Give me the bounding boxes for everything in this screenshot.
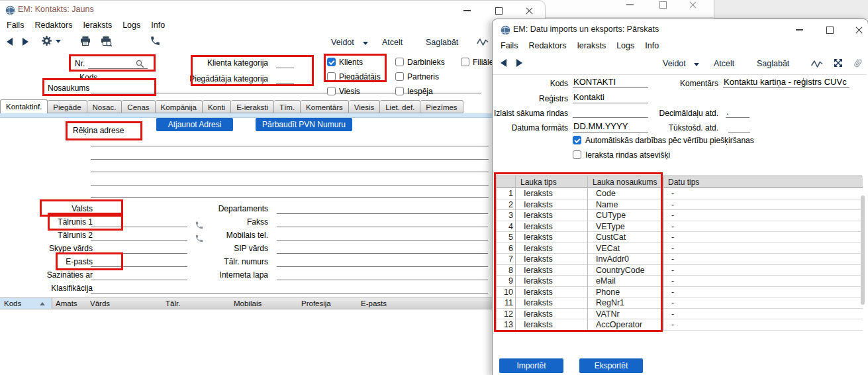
menu-item-redaktors[interactable]: Redaktors [29, 19, 77, 31]
address-line-input-3[interactable] [91, 163, 489, 172]
paperclip-icon[interactable] [852, 57, 863, 68]
tab-liet-def[interactable]: Liet. def. [380, 100, 420, 113]
tab-kontaktinf[interactable]: Kontaktinf. [0, 99, 48, 113]
tab-piegade[interactable]: Piegāde [48, 100, 87, 113]
table-row[interactable]: 3IerakstsCUType- [497, 210, 863, 221]
table-row[interactable]: 12IerakstsVATNr- [497, 309, 863, 320]
minimize-icon[interactable] [457, 3, 477, 18]
table-row[interactable]: 5IerakstsCustCat- [497, 232, 863, 243]
contact-table-header[interactable]: KodsAmatsVārdsTālr.MobilaisProfesijaE-pa… [0, 297, 492, 309]
eksportet-button[interactable]: Eksportēt [579, 358, 643, 373]
scrollbar-thumb[interactable] [861, 195, 865, 305]
menu-item-ieraksts[interactable]: Ieraksts [571, 40, 611, 52]
veidot-button[interactable]: Veidot [331, 38, 354, 47]
tab-tim[interactable]: Tīm. [274, 100, 301, 113]
back-icon[interactable] [7, 38, 13, 46]
contact-col-profesija[interactable]: Profesija [301, 299, 331, 307]
mobilais-tel-input[interactable] [277, 229, 488, 241]
tab-cenas[interactable]: Cenas [122, 100, 155, 113]
close-icon[interactable] [683, 0, 702, 12]
izlaist-input[interactable] [573, 106, 648, 118]
activity-icon[interactable] [477, 37, 489, 47]
table-row[interactable]: 11IerakstsRegNr1- [497, 297, 863, 309]
table-row[interactable]: 13IerakstsAccOperator- [497, 319, 863, 331]
tab-kompanija[interactable]: Kompānija [156, 100, 203, 113]
table-row[interactable]: 7IerakstsInvAddr0- [497, 254, 863, 265]
saglabat-button[interactable]: Saglabāt [757, 59, 789, 68]
decimal-input[interactable]: . [726, 106, 749, 118]
gear-dropdown-icon[interactable] [56, 40, 61, 43]
veidot-caret-icon[interactable] [694, 63, 699, 66]
print-preview-icon[interactable] [100, 36, 113, 47]
checkbox-piegadatajs[interactable] [327, 72, 336, 81]
paste-special-icon[interactable] [136, 60, 144, 68]
tab-viesis[interactable]: Viesis [349, 100, 380, 113]
menu-item-info[interactable]: Info [640, 40, 664, 52]
parbaudit-pvn-button[interactable]: Pārbaudīt PVN Numuru [256, 118, 352, 131]
atcelt-button[interactable]: Atcelt [714, 59, 734, 68]
close-icon[interactable] [849, 23, 868, 37]
minimize-icon[interactable] [789, 23, 809, 37]
contact-col-e-pasts[interactable]: E-pasts [361, 299, 387, 307]
piegadataja-kategorija-input[interactable] [276, 73, 294, 84]
table-row[interactable]: 8IerakstsCountryCode- [497, 265, 863, 276]
tab-piezimes[interactable]: Piezīmes [420, 100, 463, 113]
maximize-icon[interactable] [653, 0, 673, 12]
checkbox-klients[interactable] [327, 58, 336, 66]
phone-icon[interactable] [150, 35, 161, 46]
veidot-caret-icon[interactable] [363, 42, 368, 45]
atcelt-button[interactable]: Atcelt [382, 38, 403, 47]
address-line-input-1[interactable] [91, 137, 489, 146]
tab-nosac[interactable]: Nosac. [87, 100, 122, 113]
address-line-input-5[interactable] [91, 189, 489, 198]
checkbox-viesis[interactable] [327, 87, 336, 95]
print-icon[interactable] [79, 36, 91, 46]
menu-item-logs[interactable]: Logs [117, 19, 146, 31]
expand-icon[interactable] [833, 58, 844, 68]
talr-numurs-input[interactable] [277, 256, 488, 267]
table-row[interactable]: 9IerakstseMail- [497, 276, 863, 287]
checkbox-ieraksta-rindas[interactable] [573, 150, 581, 159]
table-row[interactable]: 1IerakstsCode- [497, 188, 863, 199]
forward-icon[interactable] [23, 38, 28, 46]
activity-icon[interactable] [811, 59, 823, 69]
forward-icon[interactable] [516, 59, 522, 67]
valsts-input[interactable] [91, 203, 118, 214]
tab-komentars[interactable]: Komentārs [301, 100, 349, 113]
departaments-input[interactable] [277, 203, 488, 214]
atjaunot-adresi-button[interactable]: Atjaunot Adresi [156, 118, 233, 131]
contact-col-amats[interactable]: Amats [56, 299, 77, 307]
menu-item-fails[interactable]: Fails [1, 19, 29, 31]
close-icon[interactable] [519, 3, 539, 18]
saglabat-button[interactable]: Saglabāt [426, 38, 458, 47]
contact-col-kods[interactable]: Kods [4, 299, 21, 307]
menu-item-logs[interactable]: Logs [611, 40, 640, 52]
registrs-input[interactable]: Kontakti [573, 91, 648, 103]
menu-item-fails[interactable]: Fails [495, 40, 523, 52]
checkbox-filiale[interactable] [461, 58, 469, 66]
checkbox-darbinieks[interactable] [395, 58, 404, 66]
klasifikacija-input[interactable] [91, 282, 488, 294]
komentars-input[interactable]: Kontaktu kartiņa - reģistrs CUVc [723, 76, 849, 88]
back-icon[interactable] [501, 59, 506, 67]
fakss-input[interactable] [277, 216, 488, 227]
address-line-input-4[interactable] [91, 176, 489, 186]
table-row[interactable]: 4IerakstsVEType- [497, 221, 863, 233]
contact-table-body[interactable] [0, 310, 492, 375]
minimize-icon[interactable] [620, 0, 640, 12]
sip-vards-input[interactable] [277, 242, 488, 254]
checkbox-iespeja[interactable] [395, 87, 404, 95]
datuma-formats-input[interactable]: DD.MM.YYYY [573, 121, 648, 133]
importet-button[interactable]: Importēt [499, 358, 563, 373]
tab-konti[interactable]: Konti [203, 100, 231, 113]
maximize-icon[interactable] [820, 23, 840, 37]
klienta-kategorija-input[interactable] [276, 57, 294, 68]
gear-icon[interactable] [41, 35, 52, 46]
table-row[interactable]: 10IerakstsPhone- [497, 287, 863, 298]
table-row[interactable]: 2IerakstsName- [497, 199, 863, 211]
menu-item-ieraksts[interactable]: Ieraksts [77, 19, 117, 31]
tukstosd-input[interactable] [728, 121, 750, 133]
table-row[interactable]: 6IerakstsVECat- [497, 243, 863, 254]
contact-col-talr[interactable]: Tālr. [166, 299, 180, 307]
menu-item-redaktors[interactable]: Redaktors [523, 40, 571, 52]
